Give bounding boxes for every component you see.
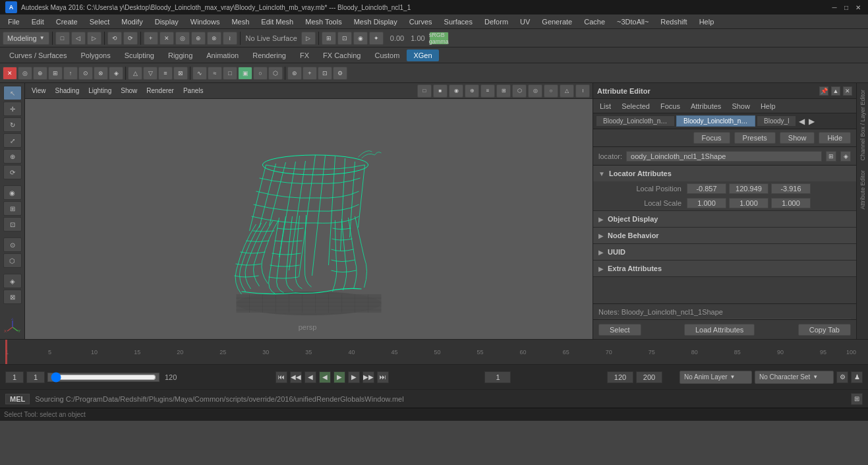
open-file-button[interactable]: ◁ [71,32,86,45]
frame-start-input[interactable] [5,371,24,383]
scale-tool-button[interactable]: ⤢ [3,133,22,148]
vp-icon11[interactable]: ≀ [575,84,590,98]
icon-hex[interactable]: ⬡ [268,67,283,80]
anim-settings-button[interactable]: ⚙ [836,371,848,383]
menu-modify[interactable]: Modify [116,16,148,27]
attr-val-y[interactable] [729,183,768,194]
icon-eye[interactable]: ⊙ [78,67,93,80]
attr-nav-show[interactable]: Show [729,101,753,111]
attr-scale-y[interactable] [729,198,768,208]
icon-box[interactable]: □ [223,67,237,80]
soft-select-button[interactable]: ◉ [3,185,22,200]
redo-button[interactable]: ⟳ [123,32,138,45]
icon-sphere[interactable]: ○ [253,67,268,80]
attr-show-button[interactable]: Show [780,132,815,144]
viewport-content[interactable]: persp [25,99,593,339]
icon-plus-box[interactable]: ⊞ [48,67,63,80]
isolate-button[interactable]: ⊙ [3,237,22,252]
char-set-dropdown[interactable]: No Character Set ▼ [755,371,834,384]
vp-icon8[interactable]: ◎ [528,84,542,98]
menu-file[interactable]: File [3,16,25,27]
go-start-button[interactable]: ⏮ [275,371,287,383]
icon-target[interactable]: ⊚ [287,67,302,80]
icon-gear[interactable]: ⚙ [333,67,347,80]
vp-icon1[interactable]: □ [417,84,432,98]
vp-icon4[interactable]: ⊕ [465,84,479,98]
current-frame-input[interactable] [484,371,511,383]
vp-icon10[interactable]: △ [560,84,574,98]
attr-locator-icon1[interactable]: ⊞ [826,151,836,162]
attr-focus-button[interactable]: Focus [693,132,730,144]
vp-lighting-menu[interactable]: Lighting [84,86,115,95]
snap-button[interactable]: ⊞ [322,32,336,45]
timeline-ruler[interactable]: 1 5 10 15 20 25 30 35 40 45 50 55 60 65 … [0,340,868,364]
attr-tab-extra[interactable]: Bloody_l [757,115,796,127]
menu-curves[interactable]: Curves [404,16,438,27]
icon-plus-circle[interactable]: ⊕ [33,67,47,80]
attr-editor-label[interactable]: Attribute Editor [858,166,867,214]
vp-icon6[interactable]: ⊞ [496,84,511,98]
tab-rendering[interactable]: Rendering [246,49,293,61]
wireframe-button[interactable]: ⬡ [3,253,22,268]
section-node-header[interactable]: ▶ Node Behavior [593,228,856,243]
vp-icon7[interactable]: ⬡ [512,84,527,98]
step-back-button[interactable]: ◀◀ [290,371,302,383]
menu-display[interactable]: Display [150,16,184,27]
tab-animation[interactable]: Animation [200,49,245,61]
new-file-button[interactable]: □ [55,32,70,45]
step-forward-button[interactable]: ▶▶ [362,371,374,383]
live-surface-button[interactable]: ▷ [301,32,316,45]
section-uuid-header[interactable]: ▶ UUID [593,244,856,260]
menu-mesh-display[interactable]: Mesh Display [349,16,403,27]
menu-mesh[interactable]: Mesh [226,16,254,27]
vp-icon2[interactable]: ■ [433,84,448,98]
icon-stack[interactable]: ⊠ [173,67,188,80]
cam-button[interactable]: ◉ [353,32,368,45]
menu-cache[interactable]: Cache [579,16,610,27]
vp-panels-menu[interactable]: Panels [179,86,208,95]
icon-wave1[interactable]: ∿ [192,67,207,80]
scale-button[interactable]: ≀ [223,32,237,45]
vp-icon3[interactable]: ◉ [449,84,463,98]
play-back-button[interactable]: ◀ [319,371,331,383]
paint-button[interactable]: ◎ [175,32,190,45]
playback-end-input[interactable] [607,371,633,383]
menu-deform[interactable]: Deform [479,16,513,27]
anim-layer-dropdown[interactable]: No Anim Layer ▼ [680,371,752,384]
attr-nav-selected[interactable]: Selected [619,101,652,111]
minimize-button[interactable]: ─ [830,3,839,12]
save-file-button[interactable]: ▷ [87,32,101,45]
attr-tab-next[interactable]: ▶ [807,117,816,126]
anim-end-input[interactable] [636,371,662,383]
grid-button[interactable]: ⊠ [3,290,22,304]
menu-edit-mesh[interactable]: Edit Mesh [256,16,299,27]
icon-box2[interactable]: ▣ [238,67,252,80]
attr-nav-attributes[interactable]: Attributes [688,101,724,111]
icon-tri-up[interactable]: △ [128,67,142,80]
grid-snap-button[interactable]: ⊡ [337,32,352,45]
render-button[interactable]: ✦ [369,32,384,45]
camera-button[interactable]: ◈ [3,274,22,288]
section-extra-header[interactable]: ▶ Extra Attributes [593,261,856,276]
attr-locator-input[interactable] [626,151,822,162]
menu-select[interactable]: Select [84,16,115,27]
select-tool-button[interactable]: ↖ [3,86,22,100]
attr-nav-focus[interactable]: Focus [658,101,683,111]
move-tool-button[interactable]: ✛ [3,102,22,116]
vp-renderer-menu[interactable]: Renderer [142,86,178,95]
undo-button[interactable]: ⟲ [107,32,122,45]
vp-shading-menu[interactable]: Shading [51,86,84,95]
icon-times-circle[interactable]: ⊗ [94,67,108,80]
icon-wave2[interactable]: ≈ [208,67,222,80]
attr-expand-button[interactable]: ▲ [831,86,840,96]
vp-icon9[interactable]: ○ [544,84,558,98]
play-forward-button[interactable]: ▶ [333,371,345,383]
tab-custom[interactable]: Custom [368,49,407,61]
snap-point-button[interactable]: ⊡ [3,217,22,232]
prev-frame-button[interactable]: ◀ [304,371,316,383]
attr-tab-shape[interactable]: Bloody_Loincloth_ncl1_1Shape [676,115,755,127]
manip-tool-button[interactable]: ⊕ [3,149,22,164]
attr-select-button[interactable]: Select [598,324,641,336]
attr-scale-x[interactable] [687,198,726,208]
vp-icon5[interactable]: ≡ [480,84,495,98]
